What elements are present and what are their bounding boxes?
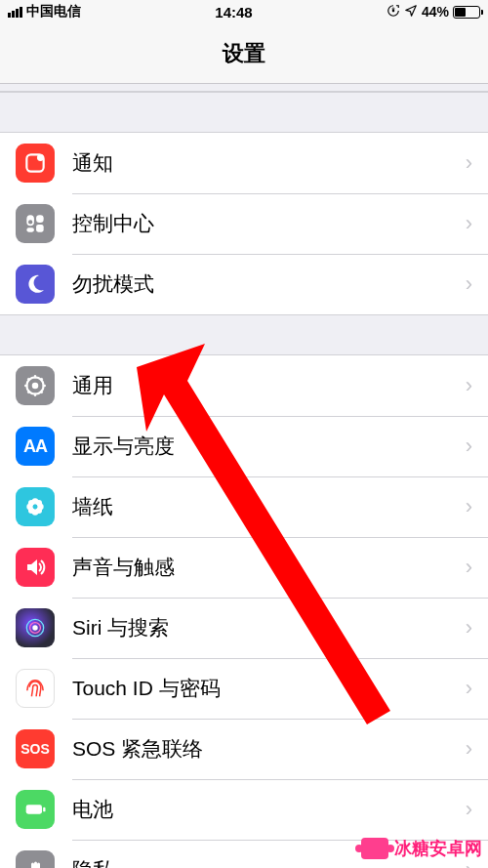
nav-bar: 设置 [0, 23, 488, 84]
siri-icon [16, 608, 55, 647]
row-label: 声音与触感 [72, 554, 466, 581]
row-siri[interactable]: Siri 与搜索 › [0, 598, 488, 658]
row-control-center[interactable]: 控制中心 › [0, 193, 488, 254]
svg-line-16 [27, 391, 29, 393]
svg-rect-6 [26, 227, 34, 231]
signal-icon [8, 7, 22, 18]
chevron-right-icon: › [466, 211, 472, 236]
settings-group-2: 通用 › AA 显示与亮度 › 墙纸 › 声音与触感 › Siri 与搜索 › … [0, 355, 488, 868]
row-label: 墙纸 [72, 493, 466, 520]
orientation-lock-icon [386, 4, 400, 21]
chevron-right-icon: › [466, 434, 472, 459]
speaker-icon [16, 548, 55, 587]
sos-icon: SOS [16, 729, 55, 768]
svg-line-14 [27, 378, 29, 380]
row-sounds[interactable]: 声音与触感 › [0, 537, 488, 598]
row-sos[interactable]: SOS SOS 紧急联络 › [0, 719, 488, 779]
svg-point-2 [37, 154, 44, 161]
status-time: 14:48 [215, 4, 252, 21]
row-label: Siri 与搜索 [72, 614, 466, 641]
svg-line-17 [40, 378, 42, 380]
row-wallpaper[interactable]: 墙纸 › [0, 476, 488, 537]
svg-rect-7 [36, 225, 44, 232]
section-gap [0, 314, 488, 355]
notifications-icon [16, 144, 55, 183]
watermark-text: 冰糖安卓网 [394, 837, 482, 860]
page-title: 设置 [223, 39, 265, 68]
gear-icon [16, 366, 55, 405]
svg-rect-31 [43, 807, 45, 812]
moon-icon [16, 265, 55, 304]
svg-point-29 [32, 625, 37, 630]
svg-rect-0 [392, 9, 394, 12]
svg-point-4 [28, 220, 32, 224]
chevron-right-icon: › [466, 797, 472, 822]
row-label: 显示与亮度 [72, 433, 466, 460]
row-notifications[interactable]: 通知 › [0, 133, 488, 193]
chevron-right-icon: › [466, 736, 472, 762]
section-gap [0, 92, 488, 133]
chevron-right-icon: › [466, 150, 472, 176]
carrier-label: 中国电信 [26, 3, 81, 21]
status-left: 中国电信 [8, 3, 81, 21]
chevron-right-icon: › [466, 373, 472, 398]
row-label: Touch ID 与密码 [72, 675, 466, 702]
row-battery[interactable]: 电池 › [0, 779, 488, 840]
location-icon [404, 4, 418, 21]
row-label: 电池 [72, 796, 466, 823]
section-gap [0, 84, 488, 92]
battery-icon [16, 790, 55, 829]
flower-icon [16, 487, 55, 526]
chevron-right-icon: › [466, 494, 472, 519]
chevron-right-icon: › [466, 271, 472, 297]
row-general[interactable]: 通用 › [0, 355, 488, 416]
chevron-right-icon: › [466, 615, 472, 641]
battery-icon [453, 6, 480, 19]
chevron-right-icon: › [466, 676, 472, 701]
control-center-icon [16, 204, 55, 243]
svg-point-9 [32, 383, 39, 390]
watermark: 冰糖安卓网 [361, 837, 482, 860]
row-label: 通用 [72, 372, 466, 399]
row-label: 控制中心 [72, 210, 466, 237]
status-right: 44% [386, 4, 480, 21]
svg-line-15 [40, 391, 42, 393]
battery-pct: 44% [422, 4, 449, 20]
row-touchid[interactable]: Touch ID 与密码 › [0, 658, 488, 719]
svg-point-26 [33, 505, 38, 510]
row-label: SOS 紧急联络 [72, 735, 466, 763]
settings-group-1: 通知 › 控制中心 › 勿扰模式 › [0, 133, 488, 314]
hand-icon [16, 850, 55, 868]
chevron-right-icon: › [466, 555, 472, 580]
fingerprint-icon [16, 669, 55, 708]
status-bar: 中国电信 14:48 44% [0, 0, 488, 23]
svg-rect-30 [26, 805, 42, 813]
text-size-icon: AA [16, 427, 55, 466]
watermark-logo-icon [361, 838, 388, 859]
row-display[interactable]: AA 显示与亮度 › [0, 416, 488, 476]
row-label: 勿扰模式 [72, 270, 466, 298]
row-dnd[interactable]: 勿扰模式 › [0, 254, 488, 314]
row-label: 通知 [72, 149, 466, 177]
svg-rect-5 [36, 215, 44, 223]
